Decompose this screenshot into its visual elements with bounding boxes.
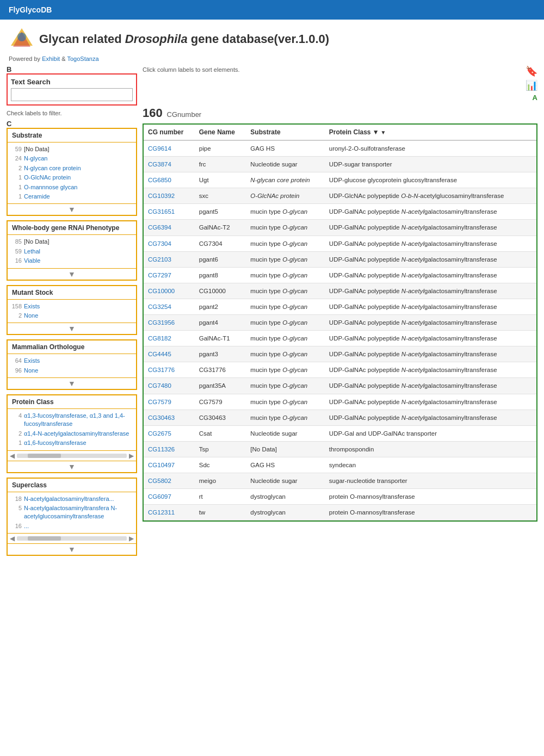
cg-number-link[interactable]: CG12311 bbox=[148, 509, 175, 516]
table-row: CG7579CG7579mucin type O-glycanUDP-GalNA… bbox=[144, 394, 536, 410]
cg-number-link[interactable]: CG10497 bbox=[148, 462, 175, 468]
cell-gene-name: Tsp bbox=[195, 441, 246, 457]
col-header-protein_class[interactable]: Protein Class ▼ bbox=[325, 125, 536, 140]
filter-name[interactable]: N-glycan core protein bbox=[24, 164, 81, 172]
cg-number-link[interactable]: CG7304 bbox=[148, 240, 171, 247]
scroll-left-icon[interactable]: ◀ bbox=[10, 452, 15, 460]
h-scroll-bar[interactable]: ◀▶ bbox=[8, 533, 136, 543]
filter-name[interactable]: O-GlcNAc protein bbox=[24, 173, 71, 182]
filter-footer-arrow[interactable]: ▼ bbox=[8, 377, 136, 389]
filter-item: 1Ceramide bbox=[11, 192, 133, 201]
cg-number-link[interactable]: CG11326 bbox=[148, 446, 175, 453]
cell-substrate: Nucleotide sugar bbox=[246, 425, 324, 441]
cg-number-link[interactable]: CG30463 bbox=[148, 414, 175, 421]
filter-count: 59 bbox=[11, 247, 22, 256]
cell-cg-number: CG2103 bbox=[144, 251, 195, 267]
cell-protein-class: UDP-GalNAc polypeptide N-acetylgalactosa… bbox=[325, 394, 536, 410]
text-search-input[interactable] bbox=[11, 88, 133, 101]
cg-number-link[interactable]: CG6097 bbox=[148, 493, 171, 500]
cell-substrate: dystroglycan bbox=[246, 489, 324, 505]
cell-gene-name: CG31776 bbox=[195, 362, 246, 378]
cg-number-link[interactable]: CG3254 bbox=[148, 303, 171, 310]
cg-number-link[interactable]: CG6850 bbox=[148, 177, 171, 183]
scroll-right-icon[interactable]: ▶ bbox=[129, 452, 134, 460]
filter-section-superclass: Superclass18N-acetylgalactosaminyltransf… bbox=[7, 478, 137, 556]
filter-item: 2N-glycan core protein bbox=[11, 164, 133, 173]
cg-number-link[interactable]: CG7297 bbox=[148, 272, 171, 278]
filter-name[interactable]: Viable bbox=[24, 257, 40, 265]
filter-footer-arrow[interactable]: ▼ bbox=[8, 203, 136, 215]
filter-name[interactable]: Ceramide bbox=[24, 193, 50, 201]
togostanza-link[interactable]: TogoStanza bbox=[67, 55, 98, 62]
filter-name[interactable]: N-glycan bbox=[24, 154, 47, 163]
cg-number-link[interactable]: CG7480 bbox=[148, 382, 171, 389]
cg-number-link[interactable]: CG7579 bbox=[148, 399, 171, 405]
sort-hint: Click column labels to sort elements. bbox=[143, 65, 240, 73]
cg-number-link[interactable]: CG31651 bbox=[148, 208, 175, 215]
bookmark-icon[interactable]: 🔖 bbox=[526, 65, 537, 77]
scroll-left-icon[interactable]: ◀ bbox=[10, 535, 15, 542]
exhibit-link[interactable]: Exhibit bbox=[42, 55, 60, 62]
cell-protein-class: UDP-GalNAc polypeptide N-acetylgalactosa… bbox=[325, 410, 536, 425]
filter-name[interactable]: Lethal bbox=[24, 247, 40, 256]
cg-number-link[interactable]: CG31776 bbox=[148, 367, 175, 373]
table-row: CG30463CG30463mucin type O-glycanUDP-Gal… bbox=[144, 410, 536, 425]
filter-name[interactable]: N-acetylgalactosaminyltransfera... bbox=[24, 495, 114, 503]
cell-protein-class: UDP-GalNAc polypeptide N-acetylgalactosa… bbox=[325, 251, 536, 267]
cg-number-link[interactable]: CG5802 bbox=[148, 478, 171, 484]
right-content: Click column labels to sort elements. 🔖 … bbox=[143, 65, 537, 560]
filter-title-superclass: Superclass bbox=[8, 479, 136, 492]
cg-number-link[interactable]: CG6394 bbox=[148, 224, 171, 231]
col-header-gene_name[interactable]: Gene Name bbox=[195, 125, 246, 140]
filter-item: 59Lethal bbox=[11, 247, 133, 256]
cg-number-link[interactable]: CG3874 bbox=[148, 161, 171, 168]
cg-number-link[interactable]: CG2103 bbox=[148, 256, 171, 263]
filter-name[interactable]: ... bbox=[24, 522, 29, 530]
cell-cg-number: CG31956 bbox=[144, 315, 195, 331]
cell-protein-class: UDP-GalNAc polypeptide N-acetylgalactosa… bbox=[325, 220, 536, 236]
cg-number-link[interactable]: CG9614 bbox=[148, 145, 171, 152]
table-row: CG9614pipeGAG HSuronyl-2-O-sulfotransfer… bbox=[144, 140, 536, 157]
scroll-right-icon[interactable]: ▶ bbox=[129, 535, 134, 542]
filter-name[interactable]: None bbox=[24, 312, 38, 320]
cell-substrate: mucin type O-glycan bbox=[246, 267, 324, 283]
filter-title-protein-class: Protein Class bbox=[8, 395, 136, 409]
cell-gene-name: pipe bbox=[195, 140, 246, 157]
cg-number-link[interactable]: CG10000 bbox=[148, 288, 175, 294]
cell-cg-number: CG7579 bbox=[144, 394, 195, 410]
filter-name[interactable]: α1,6-fucosyltransferase bbox=[24, 439, 86, 447]
filter-name[interactable]: None bbox=[24, 367, 38, 375]
cell-cg-number: CG9614 bbox=[144, 140, 195, 157]
cg-number-link[interactable]: CG4445 bbox=[148, 351, 171, 357]
filter-name[interactable]: Exists bbox=[24, 357, 40, 365]
cell-substrate: mucin type O-glycan bbox=[246, 236, 324, 251]
table-icon[interactable]: 📊 bbox=[526, 79, 537, 91]
cg-number-link[interactable]: CG8182 bbox=[148, 335, 171, 342]
filter-item: 5N-acetylgalactosaminyltransfera N-acety… bbox=[11, 504, 133, 522]
cell-cg-number: CG11326 bbox=[144, 441, 195, 457]
filter-footer-arrow[interactable]: ▼ bbox=[8, 543, 136, 555]
filter-count: 1 bbox=[11, 173, 22, 182]
filter-name[interactable]: O-mannnose glycan bbox=[24, 183, 77, 191]
data-table-wrapper: CG numberGene NameSubstrateProtein Class… bbox=[143, 123, 537, 522]
h-scroll-bar[interactable]: ◀▶ bbox=[8, 450, 136, 461]
filter-name[interactable]: Exists bbox=[24, 302, 40, 311]
col-header-substrate[interactable]: Substrate bbox=[246, 125, 324, 140]
cg-number-link[interactable]: CG31956 bbox=[148, 319, 175, 326]
text-search-label: Text Search bbox=[11, 78, 133, 86]
table-row: CG7297pgant8mucin type O-glycanUDP-GalNA… bbox=[144, 267, 536, 283]
cg-number-link[interactable]: CG2675 bbox=[148, 430, 171, 437]
filter-name[interactable]: α1,3-fucosyltransferase, α1,3 and 1,4-fu… bbox=[24, 412, 133, 429]
filter-name[interactable]: N-acetylgalactosaminyltransfera N-acetyl… bbox=[24, 504, 133, 521]
filter-list-superclass: 18N-acetylgalactosaminyltransfera...5N-a… bbox=[8, 492, 136, 534]
filter-name[interactable]: α1,4-N-acetylgalactosaminyltransferase bbox=[24, 430, 129, 438]
filter-footer-arrow[interactable]: ▼ bbox=[8, 268, 136, 280]
cell-substrate: mucin type O-glycan bbox=[246, 220, 324, 236]
cell-gene-name: pgant8 bbox=[195, 267, 246, 283]
filter-footer-arrow[interactable]: ▼ bbox=[8, 461, 136, 472]
filter-item: 24N-glycan bbox=[11, 154, 133, 163]
col-header-cg_number[interactable]: CG number bbox=[144, 125, 195, 140]
cell-cg-number: CG3874 bbox=[144, 157, 195, 172]
filter-footer-arrow[interactable]: ▼ bbox=[8, 323, 136, 334]
cg-number-link[interactable]: CG10392 bbox=[148, 193, 175, 199]
